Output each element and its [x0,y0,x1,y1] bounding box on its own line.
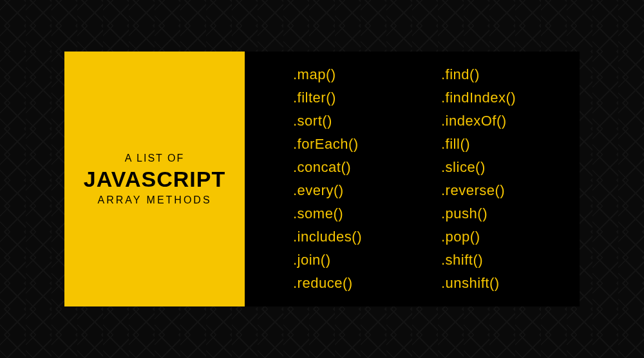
method-item: .indexOf() [441,113,551,129]
method-item: .reduce() [293,275,402,292]
method-item: .reverse() [441,182,551,199]
methods-column-2: .find() .findIndex() .indexOf() .fill() … [441,66,551,292]
content-stage: A LIST OF JAVASCRIPT ARRAY METHODS .map(… [64,52,580,306]
method-item: .fill() [441,136,551,153]
method-item: .find() [441,66,551,83]
method-item: .sort() [293,113,402,129]
method-item: .every() [293,182,402,199]
title-subtext: ARRAY METHODS [97,194,211,206]
method-item: .filter() [293,90,402,106]
method-item: .concat() [293,159,402,176]
method-item: .slice() [441,159,551,176]
method-item: .some() [293,205,402,222]
method-item: .join() [293,252,402,268]
method-item: .includes() [293,229,402,245]
title-pretext: A LIST OF [125,153,184,164]
title-main: JAVASCRIPT [84,167,225,192]
method-item: .shift() [441,252,551,268]
title-card: A LIST OF JAVASCRIPT ARRAY METHODS [64,52,245,306]
method-item: .map() [293,66,402,83]
method-item: .unshift() [441,275,551,292]
method-item: .pop() [441,229,551,245]
method-item: .forEach() [293,136,402,153]
methods-column-1: .map() .filter() .sort() .forEach() .con… [293,66,402,292]
methods-panel: .map() .filter() .sort() .forEach() .con… [245,52,580,306]
method-item: .findIndex() [441,90,551,106]
method-item: .push() [441,205,551,222]
